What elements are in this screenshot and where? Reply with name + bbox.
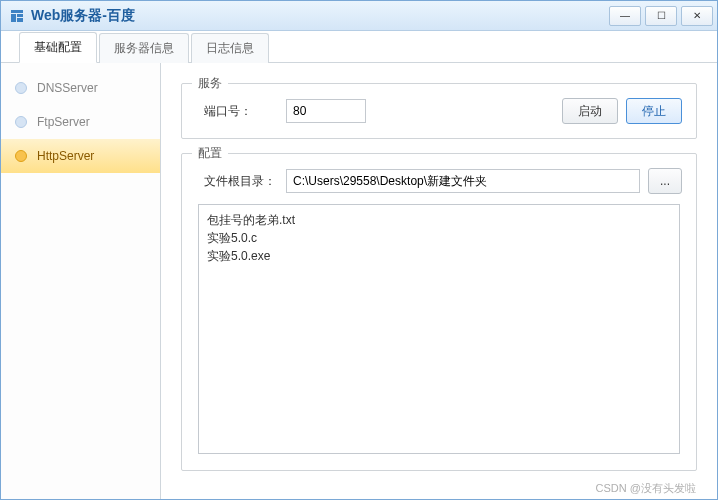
sidebar-item-label: DNSServer bbox=[37, 81, 98, 95]
tab-basic-config[interactable]: 基础配置 bbox=[19, 32, 97, 63]
list-item[interactable]: 实验5.0.c bbox=[207, 229, 671, 247]
status-dot-icon bbox=[15, 116, 27, 128]
maximize-button[interactable]: ☐ bbox=[645, 6, 677, 26]
window-title: Web服务器-百度 bbox=[31, 7, 605, 25]
service-group: 服务 端口号： 启动 停止 bbox=[181, 83, 697, 139]
list-item[interactable]: 实验5.0.exe bbox=[207, 247, 671, 265]
titlebar: Web服务器-百度 — ☐ ✕ bbox=[1, 1, 717, 31]
root-dir-input[interactable] bbox=[286, 169, 640, 193]
root-dir-label: 文件根目录： bbox=[196, 173, 286, 190]
service-legend: 服务 bbox=[192, 75, 228, 92]
stop-button[interactable]: 停止 bbox=[626, 98, 682, 124]
status-dot-icon bbox=[15, 150, 27, 162]
browse-button[interactable]: ... bbox=[648, 168, 682, 194]
tabbar: 基础配置 服务器信息 日志信息 bbox=[1, 31, 717, 63]
main-panel: 服务 端口号： 启动 停止 配置 文件根目录： ... 包挂号的老弟.txt bbox=[161, 63, 717, 499]
watermark: CSDN @没有头发啦 bbox=[596, 481, 696, 496]
sidebar-item-dnsserver[interactable]: DNSServer bbox=[1, 71, 160, 105]
file-list[interactable]: 包挂号的老弟.txt 实验5.0.c 实验5.0.exe bbox=[198, 204, 680, 454]
maximize-icon: ☐ bbox=[657, 10, 666, 21]
minimize-icon: — bbox=[620, 10, 630, 21]
app-window: Web服务器-百度 — ☐ ✕ 基础配置 服务器信息 日志信息 DNSServe… bbox=[0, 0, 718, 500]
minimize-button[interactable]: — bbox=[609, 6, 641, 26]
close-icon: ✕ bbox=[693, 10, 701, 21]
close-button[interactable]: ✕ bbox=[681, 6, 713, 26]
status-dot-icon bbox=[15, 82, 27, 94]
sidebar-item-label: FtpServer bbox=[37, 115, 90, 129]
config-legend: 配置 bbox=[192, 145, 228, 162]
list-item[interactable]: 包挂号的老弟.txt bbox=[207, 211, 671, 229]
tab-server-info[interactable]: 服务器信息 bbox=[99, 33, 189, 63]
body: DNSServer FtpServer HttpServer 服务 端口号： 启… bbox=[1, 63, 717, 499]
config-group: 配置 文件根目录： ... 包挂号的老弟.txt 实验5.0.c 实验5.0.e… bbox=[181, 153, 697, 471]
sidebar-item-httpserver[interactable]: HttpServer bbox=[1, 139, 160, 173]
port-input[interactable] bbox=[286, 99, 366, 123]
sidebar-item-label: HttpServer bbox=[37, 149, 94, 163]
sidebar: DNSServer FtpServer HttpServer bbox=[1, 63, 161, 499]
port-label: 端口号： bbox=[196, 103, 286, 120]
sidebar-item-ftpserver[interactable]: FtpServer bbox=[1, 105, 160, 139]
tab-log-info[interactable]: 日志信息 bbox=[191, 33, 269, 63]
start-button[interactable]: 启动 bbox=[562, 98, 618, 124]
app-icon bbox=[9, 8, 25, 24]
